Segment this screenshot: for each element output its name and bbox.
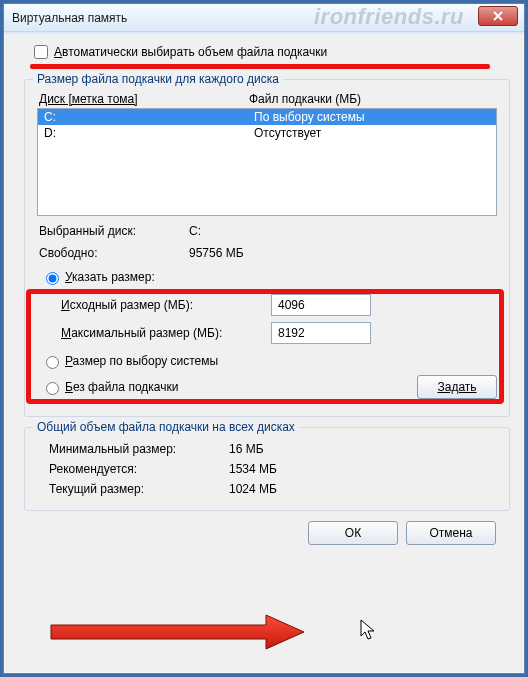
- radio-none-label[interactable]: Без файла подкачки: [65, 380, 178, 394]
- col-pf-header: Файл подкачки (МБ): [249, 92, 495, 106]
- table-row[interactable]: C: По выбору системы: [38, 109, 496, 125]
- auto-manage-checkbox[interactable]: [34, 45, 48, 59]
- cur-size-line: Текущий размер: 1024 МБ: [47, 482, 497, 496]
- content-area: Автоматически выбирать объем файла подка…: [4, 32, 524, 555]
- radio-system-row: Размер по выбору системы: [37, 350, 497, 372]
- radio-system-label[interactable]: Размер по выбору системы: [65, 354, 218, 368]
- per-drive-group: Размер файла подкачки для каждого диска …: [24, 79, 510, 417]
- annotation-underline: [30, 64, 490, 69]
- radio-custom-label[interactable]: Указать размер:: [65, 270, 155, 284]
- per-drive-group-title: Размер файла подкачки для каждого диска: [33, 72, 283, 86]
- radio-system[interactable]: [46, 356, 59, 369]
- col-drive-header: Диск [метка тома]: [39, 92, 249, 106]
- totals-group-title: Общий объем файла подкачки на всех диска…: [33, 420, 299, 434]
- titlebar: Виртуальная память: [4, 4, 524, 32]
- radio-none[interactable]: [46, 382, 59, 395]
- cancel-button[interactable]: Отмена: [406, 521, 496, 545]
- virtual-memory-window: Виртуальная память ironfriends.ru Автома…: [3, 3, 525, 674]
- table-row[interactable]: D: Отсутствует: [38, 125, 496, 141]
- drive-list[interactable]: C: По выбору системы D: Отсутствует: [37, 108, 497, 216]
- auto-manage-row: Автоматически выбирать объем файла подка…: [24, 42, 510, 62]
- window-title: Виртуальная память: [12, 11, 127, 25]
- initial-size-label: Исходный размер (МБ):: [61, 298, 271, 312]
- totals-group: Общий объем файла подкачки на всех диска…: [24, 427, 510, 511]
- radio-none-row: Без файла подкачки Задать: [37, 372, 497, 402]
- initial-size-input[interactable]: [271, 294, 371, 316]
- radio-custom-row: Указать размер:: [37, 266, 497, 288]
- max-size-row: Максимальный размер (МБ):: [61, 322, 497, 344]
- initial-size-row: Исходный размер (МБ):: [61, 294, 497, 316]
- set-button[interactable]: Задать: [417, 375, 497, 399]
- size-inputs: Исходный размер (МБ): Максимальный разме…: [37, 294, 497, 344]
- rec-size-line: Рекомендуется: 1534 МБ: [47, 462, 497, 476]
- min-size-line: Минимальный размер: 16 МБ: [47, 442, 497, 456]
- footer-buttons: ОК Отмена: [24, 521, 510, 545]
- close-button[interactable]: [478, 6, 518, 26]
- drive-list-header: Диск [метка тома] Файл подкачки (МБ): [37, 92, 497, 108]
- max-size-label: Максимальный размер (МБ):: [61, 326, 271, 340]
- radio-custom[interactable]: [46, 272, 59, 285]
- selected-drive-line: Выбранный диск: C:: [37, 224, 497, 238]
- max-size-input[interactable]: [271, 322, 371, 344]
- close-icon: [493, 11, 503, 21]
- free-space-line: Свободно: 95756 МБ: [37, 246, 497, 260]
- ok-button[interactable]: ОК: [308, 521, 398, 545]
- auto-manage-label[interactable]: Автоматически выбирать объем файла подка…: [54, 45, 327, 59]
